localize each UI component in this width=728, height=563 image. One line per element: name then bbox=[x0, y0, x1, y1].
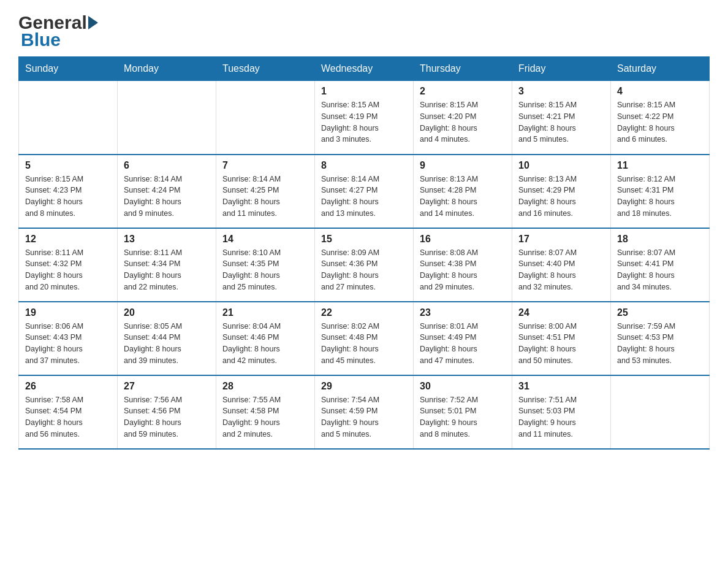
weekday-header-row: SundayMondayTuesdayWednesdayThursdayFrid… bbox=[19, 57, 710, 81]
day-info: Sunrise: 8:09 AM Sunset: 4:36 PM Dayligh… bbox=[321, 247, 407, 293]
calendar-cell: 10Sunrise: 8:13 AM Sunset: 4:29 PM Dayli… bbox=[512, 155, 611, 228]
calendar-cell: 13Sunrise: 8:11 AM Sunset: 4:34 PM Dayli… bbox=[118, 228, 216, 302]
day-number: 8 bbox=[321, 160, 407, 171]
day-info: Sunrise: 8:12 AM Sunset: 4:31 PM Dayligh… bbox=[617, 174, 703, 220]
day-number: 14 bbox=[222, 234, 308, 245]
calendar-cell: 26Sunrise: 7:58 AM Sunset: 4:54 PM Dayli… bbox=[19, 375, 118, 449]
calendar-cell: 12Sunrise: 8:11 AM Sunset: 4:32 PM Dayli… bbox=[19, 228, 118, 302]
day-number: 19 bbox=[25, 307, 111, 318]
day-info: Sunrise: 8:06 AM Sunset: 4:43 PM Dayligh… bbox=[25, 321, 111, 367]
calendar-cell: 18Sunrise: 8:07 AM Sunset: 4:41 PM Dayli… bbox=[611, 228, 710, 302]
calendar-week-row: 26Sunrise: 7:58 AM Sunset: 4:54 PM Dayli… bbox=[19, 375, 710, 449]
day-number: 13 bbox=[124, 234, 210, 245]
logo: General Blue bbox=[18, 12, 99, 50]
day-number: 10 bbox=[518, 160, 604, 171]
logo-arrow-icon bbox=[88, 16, 98, 29]
calendar-cell: 24Sunrise: 8:00 AM Sunset: 4:51 PM Dayli… bbox=[512, 302, 611, 375]
calendar-week-row: 1Sunrise: 8:15 AM Sunset: 4:19 PM Daylig… bbox=[19, 81, 710, 155]
day-number: 1 bbox=[321, 86, 407, 97]
calendar-cell: 15Sunrise: 8:09 AM Sunset: 4:36 PM Dayli… bbox=[315, 228, 414, 302]
calendar-cell bbox=[611, 375, 710, 449]
day-info: Sunrise: 8:15 AM Sunset: 4:19 PM Dayligh… bbox=[321, 99, 407, 145]
day-number: 9 bbox=[420, 160, 506, 171]
day-info: Sunrise: 7:51 AM Sunset: 5:03 PM Dayligh… bbox=[518, 394, 604, 440]
day-number: 17 bbox=[518, 234, 604, 245]
calendar-week-row: 12Sunrise: 8:11 AM Sunset: 4:32 PM Dayli… bbox=[19, 228, 710, 302]
day-info: Sunrise: 8:07 AM Sunset: 4:41 PM Dayligh… bbox=[617, 247, 703, 293]
calendar-cell: 29Sunrise: 7:54 AM Sunset: 4:59 PM Dayli… bbox=[315, 375, 414, 449]
calendar-table: SundayMondayTuesdayWednesdayThursdayFrid… bbox=[18, 56, 710, 450]
day-number: 18 bbox=[617, 234, 703, 245]
calendar-cell: 22Sunrise: 8:02 AM Sunset: 4:48 PM Dayli… bbox=[315, 302, 414, 375]
day-info: Sunrise: 7:56 AM Sunset: 4:56 PM Dayligh… bbox=[124, 394, 210, 440]
calendar-cell: 3Sunrise: 8:15 AM Sunset: 4:21 PM Daylig… bbox=[512, 81, 611, 155]
day-info: Sunrise: 7:59 AM Sunset: 4:53 PM Dayligh… bbox=[617, 321, 703, 367]
calendar-cell: 8Sunrise: 8:14 AM Sunset: 4:27 PM Daylig… bbox=[315, 155, 414, 228]
calendar-cell: 6Sunrise: 8:14 AM Sunset: 4:24 PM Daylig… bbox=[118, 155, 216, 228]
day-info: Sunrise: 8:15 AM Sunset: 4:22 PM Dayligh… bbox=[617, 99, 703, 145]
calendar-week-row: 5Sunrise: 8:15 AM Sunset: 4:23 PM Daylig… bbox=[19, 155, 710, 228]
calendar-cell: 20Sunrise: 8:05 AM Sunset: 4:44 PM Dayli… bbox=[118, 302, 216, 375]
day-info: Sunrise: 8:04 AM Sunset: 4:46 PM Dayligh… bbox=[222, 321, 308, 367]
calendar-cell: 1Sunrise: 8:15 AM Sunset: 4:19 PM Daylig… bbox=[315, 81, 414, 155]
calendar-cell: 21Sunrise: 8:04 AM Sunset: 4:46 PM Dayli… bbox=[216, 302, 315, 375]
calendar-cell: 31Sunrise: 7:51 AM Sunset: 5:03 PM Dayli… bbox=[512, 375, 611, 449]
day-number: 23 bbox=[420, 307, 506, 318]
day-number: 12 bbox=[25, 234, 111, 245]
day-number: 31 bbox=[518, 381, 604, 392]
calendar-cell: 27Sunrise: 7:56 AM Sunset: 4:56 PM Dayli… bbox=[118, 375, 216, 449]
weekday-header-monday: Monday bbox=[118, 57, 216, 81]
day-info: Sunrise: 8:14 AM Sunset: 4:27 PM Dayligh… bbox=[321, 174, 407, 220]
day-info: Sunrise: 8:14 AM Sunset: 4:25 PM Dayligh… bbox=[222, 174, 308, 220]
calendar-cell: 11Sunrise: 8:12 AM Sunset: 4:31 PM Dayli… bbox=[611, 155, 710, 228]
calendar-cell: 30Sunrise: 7:52 AM Sunset: 5:01 PM Dayli… bbox=[414, 375, 512, 449]
day-info: Sunrise: 8:14 AM Sunset: 4:24 PM Dayligh… bbox=[124, 174, 210, 220]
logo-blue-line: Blue bbox=[21, 29, 61, 50]
day-info: Sunrise: 7:58 AM Sunset: 4:54 PM Dayligh… bbox=[25, 394, 111, 440]
day-info: Sunrise: 8:13 AM Sunset: 4:28 PM Dayligh… bbox=[420, 174, 506, 220]
day-number: 3 bbox=[518, 86, 604, 97]
day-info: Sunrise: 7:54 AM Sunset: 4:59 PM Dayligh… bbox=[321, 394, 407, 440]
weekday-header-thursday: Thursday bbox=[414, 57, 512, 81]
day-info: Sunrise: 8:11 AM Sunset: 4:32 PM Dayligh… bbox=[25, 247, 111, 293]
day-number: 30 bbox=[420, 381, 506, 392]
day-info: Sunrise: 7:55 AM Sunset: 4:58 PM Dayligh… bbox=[222, 394, 308, 440]
day-number: 29 bbox=[321, 381, 407, 392]
weekday-header-saturday: Saturday bbox=[611, 57, 710, 81]
calendar-cell bbox=[19, 81, 118, 155]
calendar-cell bbox=[216, 81, 315, 155]
day-number: 6 bbox=[124, 160, 210, 171]
calendar-cell: 2Sunrise: 8:15 AM Sunset: 4:20 PM Daylig… bbox=[414, 81, 512, 155]
day-number: 22 bbox=[321, 307, 407, 318]
calendar-cell: 16Sunrise: 8:08 AM Sunset: 4:38 PM Dayli… bbox=[414, 228, 512, 302]
calendar-cell: 4Sunrise: 8:15 AM Sunset: 4:22 PM Daylig… bbox=[611, 81, 710, 155]
day-info: Sunrise: 8:08 AM Sunset: 4:38 PM Dayligh… bbox=[420, 247, 506, 293]
day-number: 25 bbox=[617, 307, 703, 318]
day-info: Sunrise: 8:15 AM Sunset: 4:21 PM Dayligh… bbox=[518, 99, 604, 145]
day-info: Sunrise: 7:52 AM Sunset: 5:01 PM Dayligh… bbox=[420, 394, 506, 440]
weekday-header-tuesday: Tuesday bbox=[216, 57, 315, 81]
page-header: General Blue bbox=[18, 12, 710, 50]
day-number: 24 bbox=[518, 307, 604, 318]
day-number: 20 bbox=[124, 307, 210, 318]
calendar-cell: 7Sunrise: 8:14 AM Sunset: 4:25 PM Daylig… bbox=[216, 155, 315, 228]
day-number: 26 bbox=[25, 381, 111, 392]
day-number: 27 bbox=[124, 381, 210, 392]
calendar-cell bbox=[118, 81, 216, 155]
day-number: 4 bbox=[617, 86, 703, 97]
day-number: 28 bbox=[222, 381, 308, 392]
day-number: 11 bbox=[617, 160, 703, 171]
weekday-header-friday: Friday bbox=[512, 57, 611, 81]
calendar-week-row: 19Sunrise: 8:06 AM Sunset: 4:43 PM Dayli… bbox=[19, 302, 710, 375]
day-info: Sunrise: 8:02 AM Sunset: 4:48 PM Dayligh… bbox=[321, 321, 407, 367]
day-info: Sunrise: 8:07 AM Sunset: 4:40 PM Dayligh… bbox=[518, 247, 604, 293]
day-number: 2 bbox=[420, 86, 506, 97]
calendar-cell: 9Sunrise: 8:13 AM Sunset: 4:28 PM Daylig… bbox=[414, 155, 512, 228]
day-info: Sunrise: 8:11 AM Sunset: 4:34 PM Dayligh… bbox=[124, 247, 210, 293]
calendar-cell: 25Sunrise: 7:59 AM Sunset: 4:53 PM Dayli… bbox=[611, 302, 710, 375]
day-info: Sunrise: 8:10 AM Sunset: 4:35 PM Dayligh… bbox=[222, 247, 308, 293]
calendar-cell: 17Sunrise: 8:07 AM Sunset: 4:40 PM Dayli… bbox=[512, 228, 611, 302]
day-number: 5 bbox=[25, 160, 111, 171]
day-info: Sunrise: 8:15 AM Sunset: 4:23 PM Dayligh… bbox=[25, 174, 111, 220]
day-number: 21 bbox=[222, 307, 308, 318]
